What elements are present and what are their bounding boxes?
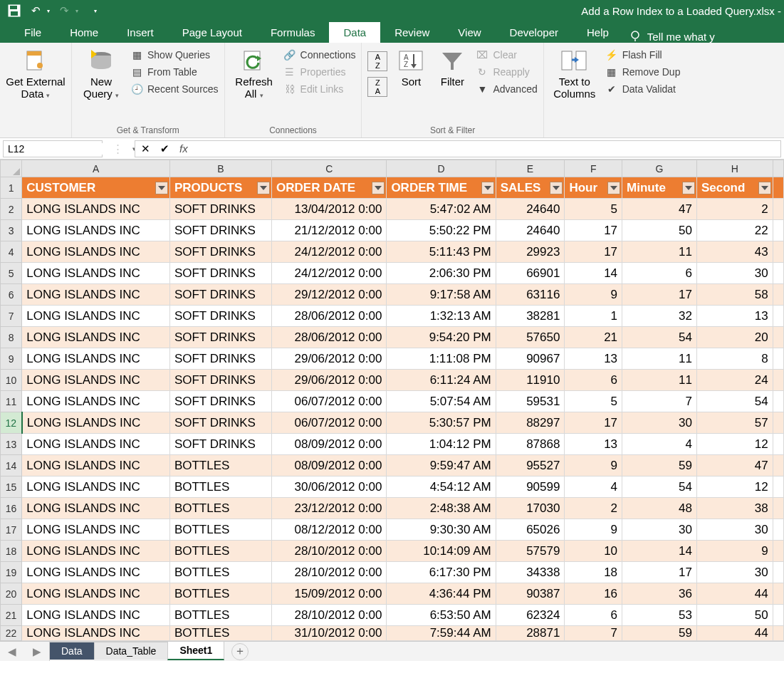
tab-home[interactable]: Home xyxy=(56,22,113,43)
cell[interactable]: 15/09/2012 0:00 xyxy=(272,583,387,605)
col-header-G[interactable]: G xyxy=(622,160,697,177)
table-header-cell[interactable]: SALES xyxy=(496,177,565,199)
sheet-nav-prev-icon[interactable]: ◀ xyxy=(8,645,16,658)
cell[interactable]: 17 xyxy=(565,412,622,434)
cell[interactable]: 95527 xyxy=(496,455,565,476)
cell[interactable]: 11 xyxy=(622,370,697,391)
cell[interactable]: SOFT DRINKS xyxy=(169,284,271,306)
cell[interactable]: 48 xyxy=(622,498,697,519)
tab-developer[interactable]: Developer xyxy=(496,22,573,43)
cell[interactable]: 08/12/2012 0:00 xyxy=(272,519,387,541)
cell[interactable]: 90967 xyxy=(496,348,565,370)
cell[interactable]: 2:06:30 PM xyxy=(387,263,496,284)
table-header-cell[interactable]: ORDER TIME xyxy=(387,177,496,199)
cell[interactable]: 4 xyxy=(622,434,697,455)
cell[interactable]: 17030 xyxy=(496,498,565,519)
cell[interactable]: 54 xyxy=(622,476,697,498)
cell[interactable]: 54 xyxy=(696,391,773,412)
cell[interactable]: 50 xyxy=(622,220,697,241)
cell[interactable]: LONG ISLANDS INC xyxy=(22,241,170,263)
cell[interactable]: LONG ISLANDS INC xyxy=(22,519,170,541)
col-header-A[interactable]: A xyxy=(22,160,170,177)
cell[interactable]: 43 xyxy=(696,241,773,263)
cell[interactable]: 6 xyxy=(565,605,622,626)
cell[interactable]: 28/06/2012 0:00 xyxy=(272,327,387,348)
cell[interactable]: LONG ISLANDS INC xyxy=(22,284,170,306)
remove-duplicates-button[interactable]: ▦Remove Dup xyxy=(605,66,681,78)
filter-dropdown-icon[interactable] xyxy=(481,182,494,194)
cell[interactable]: 30 xyxy=(622,519,697,541)
cell[interactable]: 29/06/2012 0:00 xyxy=(272,370,387,391)
cell[interactable]: LONG ISLANDS INC xyxy=(22,541,170,562)
cell[interactable]: 06/07/2012 0:00 xyxy=(272,391,387,412)
cell[interactable]: 5:30:57 PM xyxy=(387,412,496,434)
cell[interactable]: 12 xyxy=(696,434,773,455)
col-header-C[interactable]: C xyxy=(272,160,387,177)
cell[interactable]: LONG ISLANDS INC xyxy=(22,476,170,498)
col-header-B[interactable]: B xyxy=(169,160,271,177)
row-header[interactable]: 15 xyxy=(1,476,22,498)
sort-desc-icon[interactable]: ZA xyxy=(367,77,387,97)
cell[interactable]: BOTTLES xyxy=(169,605,271,626)
table-header-cell[interactable]: Hour xyxy=(565,177,622,199)
tell-me-search[interactable]: Tell me what y xyxy=(629,30,715,43)
cell[interactable]: 6:11:24 AM xyxy=(387,370,496,391)
cell[interactable]: LONG ISLANDS INC xyxy=(22,263,170,284)
cell[interactable]: BOTTLES xyxy=(169,583,271,605)
cell[interactable]: 4:54:12 AM xyxy=(387,476,496,498)
cell[interactable]: 13 xyxy=(565,348,622,370)
cell[interactable]: 5:50:22 PM xyxy=(387,220,496,241)
name-box[interactable]: ▾ xyxy=(3,140,103,157)
cell[interactable]: 9 xyxy=(565,284,622,306)
tab-insert[interactable]: Insert xyxy=(113,22,168,43)
cell[interactable]: 28/10/2012 0:00 xyxy=(272,541,387,562)
row-header[interactable]: 8 xyxy=(1,327,22,348)
save-icon[interactable] xyxy=(7,4,21,18)
cell[interactable]: 9 xyxy=(696,541,773,562)
cell[interactable]: 9:59:47 AM xyxy=(387,455,496,476)
cell[interactable]: 21/12/2012 0:00 xyxy=(272,220,387,241)
cell[interactable]: 88297 xyxy=(496,412,565,434)
row-header[interactable]: 6 xyxy=(1,284,22,306)
undo-icon[interactable]: ↶ xyxy=(28,4,43,18)
cell[interactable]: 59 xyxy=(622,626,697,641)
cell[interactable]: 10 xyxy=(565,541,622,562)
sheet-tab-data-table[interactable]: Data_Table xyxy=(94,642,169,660)
filter-dropdown-icon[interactable] xyxy=(550,182,563,194)
cell[interactable]: BOTTLES xyxy=(169,562,271,583)
cell[interactable]: 28/10/2012 0:00 xyxy=(272,562,387,583)
cell[interactable]: 17 xyxy=(622,562,697,583)
cell[interactable]: 5 xyxy=(565,199,622,220)
cell[interactable]: 11 xyxy=(622,348,697,370)
cell[interactable]: 57579 xyxy=(496,541,565,562)
cell[interactable]: 9:17:58 AM xyxy=(387,284,496,306)
cell[interactable]: 17 xyxy=(565,220,622,241)
cell[interactable]: LONG ISLANDS INC xyxy=(22,434,170,455)
cell[interactable]: 2:48:38 AM xyxy=(387,498,496,519)
row-header[interactable]: 16 xyxy=(1,498,22,519)
col-header-D[interactable]: D xyxy=(387,160,496,177)
row-header[interactable]: 21 xyxy=(1,605,22,626)
cell[interactable]: 30 xyxy=(622,412,697,434)
formula-box[interactable]: ✕ ✔ fx xyxy=(135,140,781,157)
cell[interactable]: 4:36:44 PM xyxy=(387,583,496,605)
row-header[interactable]: 19 xyxy=(1,562,22,583)
cell[interactable]: LONG ISLANDS INC xyxy=(22,370,170,391)
cell[interactable]: BOTTLES xyxy=(169,541,271,562)
cell[interactable]: 14 xyxy=(565,263,622,284)
cell[interactable]: 30 xyxy=(696,263,773,284)
cell[interactable]: 13/04/2012 0:00 xyxy=(272,199,387,220)
cell[interactable]: 5:07:54 AM xyxy=(387,391,496,412)
sort-asc-icon[interactable]: AZ xyxy=(367,51,387,71)
row-header[interactable]: 3 xyxy=(1,220,22,241)
cell[interactable]: LONG ISLANDS INC xyxy=(22,306,170,327)
cell[interactable]: 24/12/2012 0:00 xyxy=(272,263,387,284)
cell[interactable]: SOFT DRINKS xyxy=(169,434,271,455)
cell[interactable]: 5 xyxy=(565,391,622,412)
cell[interactable]: 29923 xyxy=(496,241,565,263)
tab-help[interactable]: Help xyxy=(573,22,623,43)
filter-dropdown-icon[interactable] xyxy=(758,182,771,194)
cell[interactable]: LONG ISLANDS INC xyxy=(22,391,170,412)
cell[interactable]: 30 xyxy=(696,519,773,541)
cell[interactable]: SOFT DRINKS xyxy=(169,348,271,370)
